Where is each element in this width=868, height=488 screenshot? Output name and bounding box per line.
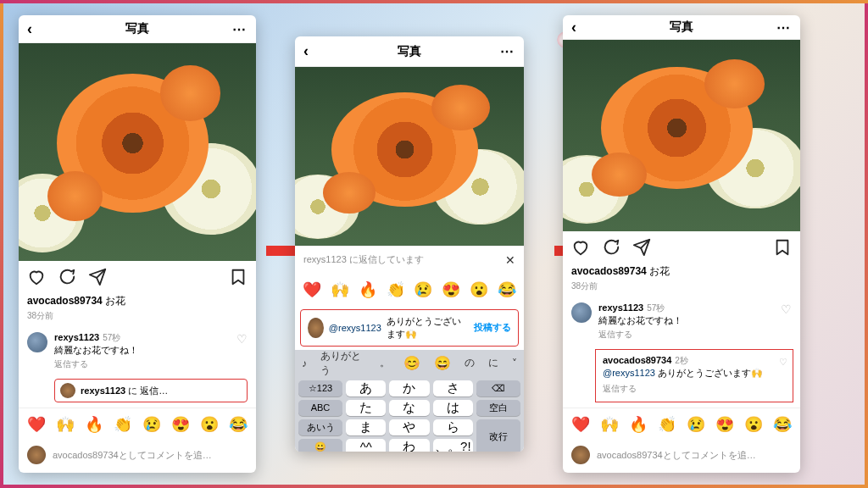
- post-username[interactable]: avocados89734: [27, 295, 103, 307]
- more-icon[interactable]: ⋯: [500, 43, 515, 59]
- key-space[interactable]: 空白: [476, 400, 520, 416]
- back-icon[interactable]: ‹: [27, 20, 32, 38]
- emoji[interactable]: 😮: [200, 415, 219, 434]
- emoji[interactable]: 😍: [442, 280, 460, 299]
- post-photo[interactable]: [563, 40, 800, 231]
- keyboard-suggestions: ♪ ありがとう 。 😊 😄 の に ˅: [295, 350, 524, 377]
- nav-header: ‹ 写真 ⋯: [563, 15, 800, 40]
- emoji[interactable]: 😍: [715, 415, 734, 434]
- action-bar: [563, 231, 800, 264]
- more-icon[interactable]: ⋯: [232, 21, 248, 37]
- post-age: 38分前: [27, 310, 248, 322]
- share-icon[interactable]: [88, 268, 107, 291]
- emoji[interactable]: 😮: [470, 280, 488, 299]
- mention-tag[interactable]: @rexys1123: [603, 368, 655, 378]
- key[interactable]: ら: [433, 419, 473, 435]
- key[interactable]: か: [389, 380, 429, 396]
- keyboard: ♪ ありがとう 。 😊 😄 の に ˅ ☆123 あ か さ ⌫ ABC た な…: [295, 350, 524, 452]
- bookmark-icon[interactable]: [773, 238, 792, 261]
- key[interactable]: な: [389, 400, 429, 416]
- emoji[interactable]: 👏: [387, 280, 405, 299]
- emoji[interactable]: 👏: [658, 415, 676, 434]
- reply-button[interactable]: 返信する: [598, 329, 774, 341]
- key[interactable]: は: [433, 400, 473, 416]
- avatar[interactable]: [571, 302, 592, 323]
- comment-username[interactable]: rexys1123: [54, 332, 99, 342]
- emoji[interactable]: 🔥: [359, 280, 377, 299]
- comment-age: 57秒: [103, 333, 120, 342]
- reply-username[interactable]: avocados89734: [603, 355, 671, 365]
- suggestion[interactable]: に: [481, 356, 505, 370]
- emoji[interactable]: 😢: [142, 415, 161, 434]
- more-icon[interactable]: ⋯: [776, 19, 792, 36]
- like-comment-icon[interactable]: ♡: [779, 357, 787, 368]
- nav-header: ‹ 写真 ⋯: [295, 36, 524, 67]
- suggestion[interactable]: 😄: [427, 355, 458, 371]
- key[interactable]: ^^: [346, 439, 386, 452]
- emoji[interactable]: ❤️: [27, 415, 46, 434]
- emoji[interactable]: 😂: [229, 415, 248, 434]
- emoji[interactable]: 😮: [744, 415, 763, 434]
- close-icon[interactable]: ✕: [505, 253, 515, 267]
- suggestion[interactable]: 。: [373, 356, 397, 370]
- comment-input-row[interactable]: @rexys1123 ありがとうございます🙌 投稿する: [300, 309, 519, 347]
- suggestion[interactable]: 😊: [397, 355, 427, 371]
- share-icon[interactable]: [632, 238, 651, 261]
- key-mode-abc[interactable]: ABC: [298, 400, 342, 416]
- comment-icon[interactable]: [602, 238, 620, 261]
- add-comment-placeholder: avocados89734としてコメントを追…: [53, 449, 212, 462]
- post-meta: avocados89734 お花 38分前: [563, 264, 800, 297]
- post-photo[interactable]: [19, 43, 256, 261]
- comment-username[interactable]: rexys1123: [598, 302, 643, 313]
- chevron-down-icon[interactable]: ˅: [505, 358, 524, 369]
- key[interactable]: た: [346, 400, 386, 416]
- emoji[interactable]: 🔥: [629, 415, 648, 434]
- emoji[interactable]: ❤️: [571, 415, 590, 434]
- emoji[interactable]: 🙌: [600, 415, 619, 434]
- add-comment-field[interactable]: avocados89734としてコメントを追…: [19, 441, 256, 473]
- nav-header: ‹ 写真 ⋯: [19, 15, 256, 43]
- key[interactable]: わ: [389, 439, 429, 452]
- reply-button[interactable]: 返信する: [603, 383, 786, 395]
- like-comment-icon[interactable]: ♡: [236, 332, 248, 346]
- key[interactable]: ま: [346, 419, 386, 435]
- emoji[interactable]: 😂: [498, 280, 516, 299]
- like-comment-icon[interactable]: ♡: [781, 302, 792, 316]
- suggestion[interactable]: ありがとう: [314, 349, 373, 378]
- emoji[interactable]: 🙌: [56, 415, 75, 434]
- emoji[interactable]: 😍: [171, 415, 190, 434]
- like-icon[interactable]: [571, 238, 590, 261]
- emoji[interactable]: 😢: [687, 415, 705, 434]
- key[interactable]: さ: [433, 380, 473, 396]
- back-icon[interactable]: ‹: [303, 42, 309, 60]
- emoji[interactable]: 😢: [414, 280, 432, 299]
- emoji[interactable]: 🙌: [331, 280, 349, 299]
- key-return[interactable]: 改行: [476, 419, 520, 452]
- comment-age: 57秒: [647, 303, 665, 313]
- reply-button[interactable]: 返信する: [54, 358, 230, 370]
- reply-inline-box[interactable]: rexys1123 に 返信…: [54, 379, 248, 402]
- key[interactable]: あ: [346, 380, 386, 396]
- post-button[interactable]: 投稿する: [474, 321, 511, 334]
- key-backspace[interactable]: ⌫: [476, 380, 520, 396]
- post-photo[interactable]: [295, 67, 524, 246]
- phone-screen-3: ‹ 写真 ⋯ avocados89734 お花 38分前 rexys112357…: [563, 15, 800, 473]
- suggestion[interactable]: ♪: [295, 358, 314, 369]
- back-icon[interactable]: ‹: [571, 19, 576, 36]
- emoji[interactable]: 🔥: [85, 415, 103, 434]
- like-icon[interactable]: [27, 268, 46, 291]
- key[interactable]: や: [389, 419, 429, 435]
- emoji[interactable]: 😂: [773, 415, 792, 434]
- key-mode-kana[interactable]: あいう: [298, 419, 342, 435]
- bookmark-icon[interactable]: [229, 268, 248, 291]
- post-username[interactable]: avocados89734: [571, 265, 647, 277]
- key-mode-emoji[interactable]: 😀: [298, 439, 342, 452]
- emoji[interactable]: 👏: [114, 415, 132, 434]
- avatar[interactable]: [27, 332, 47, 352]
- key-mode-num[interactable]: ☆123: [298, 380, 342, 396]
- key[interactable]: 、。?!: [433, 439, 473, 452]
- add-comment-field[interactable]: avocados89734としてコメントを追…: [563, 441, 800, 473]
- comment-icon[interactable]: [58, 268, 76, 291]
- suggestion[interactable]: の: [458, 356, 481, 370]
- emoji[interactable]: ❤️: [303, 280, 321, 299]
